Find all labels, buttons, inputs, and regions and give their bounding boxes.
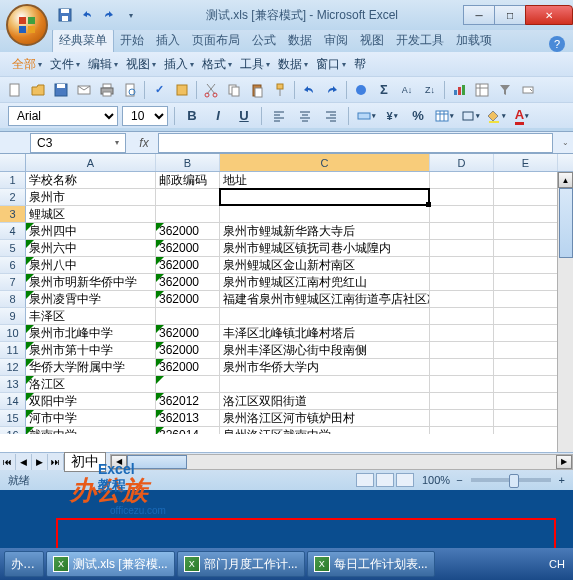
- cell[interactable]: 鲤城区: [26, 206, 156, 223]
- cell[interactable]: [494, 308, 558, 325]
- font-size-select[interactable]: 10: [122, 106, 168, 126]
- cell[interactable]: [430, 189, 494, 206]
- font-color-icon[interactable]: A: [511, 106, 533, 126]
- cell[interactable]: 泉州市北峰中学: [26, 325, 156, 342]
- cell[interactable]: [156, 189, 220, 206]
- cell[interactable]: [156, 376, 220, 393]
- cell[interactable]: 362000: [156, 325, 220, 342]
- cell[interactable]: [430, 257, 494, 274]
- italic-button[interactable]: I: [207, 106, 229, 126]
- cell[interactable]: [220, 189, 430, 206]
- ribbon-tab-addins[interactable]: 加载项: [450, 29, 498, 52]
- fill-color-icon[interactable]: [485, 106, 507, 126]
- cell[interactable]: 双阳中学: [26, 393, 156, 410]
- vertical-scrollbar[interactable]: ▲: [557, 172, 573, 452]
- align-left-icon[interactable]: [268, 106, 290, 126]
- menu-insert[interactable]: 插入▾: [160, 56, 198, 73]
- cell[interactable]: [430, 206, 494, 223]
- row-header[interactable]: 1: [0, 172, 26, 189]
- cell[interactable]: [430, 240, 494, 257]
- paste-icon[interactable]: [246, 79, 268, 101]
- merge-button[interactable]: [355, 106, 377, 126]
- sheet-prev-button[interactable]: ◀: [16, 454, 32, 470]
- cell[interactable]: [494, 376, 558, 393]
- cell[interactable]: 362000: [156, 274, 220, 291]
- row-header[interactable]: 6: [0, 257, 26, 274]
- cell[interactable]: [430, 342, 494, 359]
- hyperlink-icon[interactable]: [350, 79, 372, 101]
- cell[interactable]: 泉州鲤城区金山新村南区: [220, 257, 430, 274]
- cell[interactable]: 362012: [156, 393, 220, 410]
- cell[interactable]: 362013: [156, 410, 220, 427]
- col-header-d[interactable]: D: [430, 154, 494, 171]
- formula-expand-icon[interactable]: ⌄: [557, 138, 573, 147]
- ribbon-tab-insert[interactable]: 插入: [150, 29, 186, 52]
- qat-dropdown[interactable]: ▾: [122, 6, 140, 24]
- cell[interactable]: [494, 427, 558, 434]
- cell[interactable]: [494, 342, 558, 359]
- cell[interactable]: [494, 223, 558, 240]
- row-header[interactable]: 9: [0, 308, 26, 325]
- ribbon-tab-developer[interactable]: 开发工具: [390, 29, 450, 52]
- bold-button[interactable]: B: [181, 106, 203, 126]
- fx-button[interactable]: fx: [134, 134, 154, 152]
- row-header[interactable]: 14: [0, 393, 26, 410]
- cell[interactable]: [220, 206, 430, 223]
- cell[interactable]: [430, 410, 494, 427]
- menu-format[interactable]: 格式▾: [198, 56, 236, 73]
- filter-icon[interactable]: [494, 79, 516, 101]
- formula-input[interactable]: [158, 133, 553, 153]
- cell[interactable]: 就南中学: [26, 427, 156, 434]
- close-button[interactable]: ✕: [525, 5, 573, 25]
- cell[interactable]: [494, 240, 558, 257]
- col-header-e[interactable]: E: [494, 154, 558, 171]
- cell[interactable]: [494, 325, 558, 342]
- cell[interactable]: [494, 291, 558, 308]
- cell[interactable]: 地址: [220, 172, 430, 189]
- menu-window[interactable]: 窗口▾: [312, 56, 350, 73]
- spell-icon[interactable]: ✓: [148, 79, 170, 101]
- new-icon[interactable]: [4, 79, 26, 101]
- cell[interactable]: [494, 274, 558, 291]
- cell[interactable]: 丰泽区北峰镇北峰村塔后: [220, 325, 430, 342]
- row-header[interactable]: 7: [0, 274, 26, 291]
- percent-button[interactable]: %: [407, 106, 429, 126]
- copy-icon[interactable]: [223, 79, 245, 101]
- cell[interactable]: 邮政编码: [156, 172, 220, 189]
- ribbon-tab-data[interactable]: 数据: [282, 29, 318, 52]
- cell[interactable]: 362000: [156, 240, 220, 257]
- cell[interactable]: [430, 291, 494, 308]
- cell[interactable]: 丰泽区: [26, 308, 156, 325]
- save-icon[interactable]: [56, 6, 74, 24]
- cell[interactable]: 泉州六中: [26, 240, 156, 257]
- format-painter-icon[interactable]: [269, 79, 291, 101]
- cell[interactable]: [430, 325, 494, 342]
- underline-button[interactable]: U: [233, 106, 255, 126]
- cell[interactable]: 泉州八中: [26, 257, 156, 274]
- autosum-icon[interactable]: Σ: [373, 79, 395, 101]
- taskbar-item-0[interactable]: 办公...: [4, 551, 44, 577]
- menu-tools[interactable]: 工具▾: [236, 56, 274, 73]
- row-header[interactable]: 11: [0, 342, 26, 359]
- row-header[interactable]: 15: [0, 410, 26, 427]
- cell[interactable]: [220, 308, 430, 325]
- cell[interactable]: [430, 223, 494, 240]
- hscroll-thumb[interactable]: [127, 455, 187, 469]
- cell[interactable]: [494, 410, 558, 427]
- page-layout-button[interactable]: [376, 473, 394, 487]
- font-name-select[interactable]: Arial: [8, 106, 118, 126]
- redo-icon[interactable]: [100, 6, 118, 24]
- zoom-in-button[interactable]: +: [559, 474, 565, 486]
- cell[interactable]: 泉州洛江区就南中学: [220, 427, 430, 434]
- cell[interactable]: [156, 308, 220, 325]
- sheet-next-button[interactable]: ▶: [32, 454, 48, 470]
- cell[interactable]: 华侨大学附属中学: [26, 359, 156, 376]
- cell[interactable]: 泉州市华侨大学内: [220, 359, 430, 376]
- zoom-slider[interactable]: [471, 478, 551, 482]
- cell[interactable]: 泉州市第十中学: [26, 342, 156, 359]
- help-icon[interactable]: ?: [549, 36, 565, 52]
- menu-data[interactable]: 数据▾: [274, 56, 312, 73]
- cell[interactable]: [494, 172, 558, 189]
- sheet-first-button[interactable]: ⏮: [0, 454, 16, 470]
- menu-help[interactable]: 帮: [350, 56, 370, 73]
